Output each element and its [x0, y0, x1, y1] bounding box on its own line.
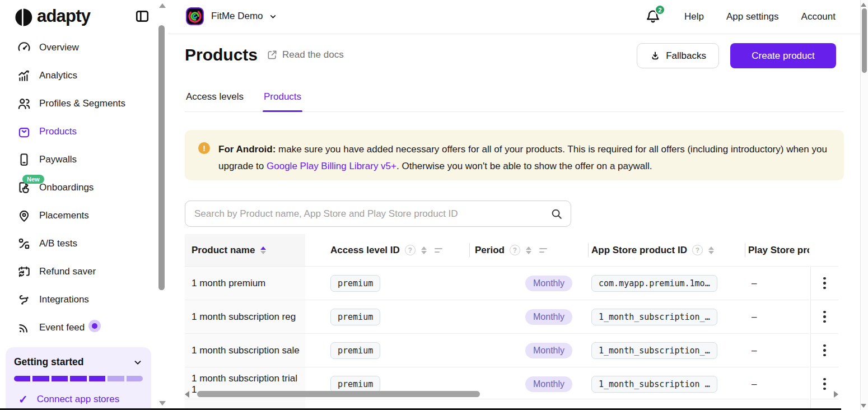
sidebar-item-label: Integrations: [39, 294, 89, 305]
table-row[interactable]: 1 month subscription reg premium Monthly…: [185, 300, 809, 333]
sort-control[interactable]: [260, 246, 266, 254]
kebab-icon: [823, 277, 826, 290]
sidebar-item-paywalls[interactable]: Paywalls: [0, 146, 157, 174]
cell-play-store-id: –: [745, 300, 809, 333]
column-header-play-store-id[interactable]: Play Store product ID: [745, 234, 809, 266]
new-badge: New: [22, 175, 44, 184]
filter-icon[interactable]: [435, 248, 442, 253]
row-menu-button[interactable]: [810, 300, 838, 333]
sidebar-item-profiles-segments[interactable]: Profiles & Segments: [0, 90, 157, 118]
hscroll-thumb[interactable]: [197, 391, 480, 397]
page-title: Products: [185, 45, 258, 64]
sidebar-item-label: Event feed: [39, 322, 85, 333]
sort-control[interactable]: [421, 246, 427, 254]
progress-segment: [14, 376, 30, 381]
page-header: Products Read the docs: [185, 45, 344, 64]
sidebar-item-refund-saver[interactable]: Refund saver: [0, 258, 157, 286]
cell-access-level: premium: [305, 334, 469, 367]
app-store-id-chip[interactable]: 1_month_subscription_…: [591, 309, 717, 325]
cell-play-store-id: –: [745, 334, 809, 367]
column-label: Period: [475, 245, 505, 256]
cell-access-level: premium: [305, 267, 469, 300]
read-the-docs-link[interactable]: Read the docs: [267, 49, 344, 60]
adapty-logo-icon: [12, 7, 34, 28]
sidebar-item-onboardings[interactable]: New Onboardings: [0, 174, 157, 202]
app-store-id-chip[interactable]: 1_month_subscription_…: [591, 342, 717, 359]
fallbacks-button[interactable]: Fallbacks: [637, 43, 719, 68]
sidebar-scrollbar-thumb[interactable]: [158, 25, 165, 290]
cell-app-store-id: 1_month_subscription_…: [588, 334, 745, 367]
column-header-product-name[interactable]: Product name: [185, 234, 305, 266]
app-store-id-chip[interactable]: com.myapp.premium.1mo…: [591, 275, 717, 292]
play-store-id-value: –: [748, 379, 757, 390]
column-header-period[interactable]: Period ?: [469, 234, 588, 266]
ab-test-icon: [17, 236, 31, 251]
progress-segment: [89, 376, 105, 381]
page-actions: Fallbacks Create product: [637, 43, 836, 68]
help-link[interactable]: Help: [684, 11, 704, 22]
sidebar-scroll-down-arrow[interactable]: [159, 401, 166, 406]
getting-started-header[interactable]: Getting started: [14, 356, 143, 368]
sidebar-item-label: A/B tests: [39, 238, 77, 249]
column-header-app-store-id[interactable]: App Store product ID ?: [588, 234, 745, 266]
help-icon[interactable]: ?: [692, 245, 703, 255]
sidebar-item-ab-tests[interactable]: A/B tests: [0, 230, 157, 258]
tabs: Access levels Products: [185, 86, 844, 112]
page-scroll-up-arrow[interactable]: [861, 3, 866, 7]
tab-access-levels[interactable]: Access levels: [185, 86, 245, 111]
sort-control[interactable]: [708, 246, 714, 254]
search-input[interactable]: [185, 208, 550, 220]
sidebar-item-label: Profiles & Segments: [39, 98, 125, 109]
cell-product-name: 1 month subscription sale: [185, 334, 305, 367]
sidebar-collapse-icon[interactable]: [134, 9, 150, 24]
billing-library-link[interactable]: Google Play Billing Library v5+: [267, 161, 396, 171]
filter-icon[interactable]: [539, 248, 547, 253]
sidebar-item-products[interactable]: Products: [0, 118, 157, 146]
cell-period: Monthly: [469, 334, 588, 367]
column-header-access-level-id[interactable]: Access level ID ?: [305, 234, 469, 266]
sidebar-item-label: Placements: [39, 210, 89, 221]
sidebar-item-label: Onboardings: [39, 182, 94, 193]
read-the-docs-label: Read the docs: [282, 49, 344, 60]
hscroll-left-arrow[interactable]: [185, 391, 189, 398]
row-menu-button[interactable]: [810, 333, 838, 367]
kebab-icon: [823, 378, 826, 390]
help-icon[interactable]: ?: [405, 245, 416, 255]
connect-app-stores-link[interactable]: ✓ Connect app stores: [14, 393, 143, 406]
row-menu-button[interactable]: [810, 266, 838, 300]
hscroll-track[interactable]: [193, 390, 830, 398]
warning-icon: !: [198, 142, 210, 154]
help-icon[interactable]: ?: [510, 245, 520, 255]
page-scrollbar-thumb[interactable]: [862, 8, 867, 73]
sidebar-scroll-up-arrow[interactable]: [159, 3, 166, 8]
sort-control[interactable]: [526, 246, 531, 254]
sidebar-item-analytics[interactable]: Analytics: [0, 62, 157, 90]
progress-segment: [108, 376, 124, 381]
page-scroll-down-arrow[interactable]: [861, 404, 866, 408]
table-row[interactable]: 1 month premium premium Monthly com.myap…: [185, 266, 809, 300]
table-row[interactable]: 1 month subscription sale premium Monthl…: [185, 333, 809, 367]
sidebar-item-overview[interactable]: Overview: [0, 34, 157, 62]
search-icon[interactable]: [550, 208, 563, 220]
app-settings-link[interactable]: App settings: [726, 11, 779, 22]
sidebar-item-placements[interactable]: Placements: [0, 202, 157, 230]
sidebar-item-event-feed[interactable]: Event feed: [0, 314, 157, 342]
event-feed-dot-badge: [88, 320, 101, 332]
sidebar-item-label: Analytics: [39, 70, 77, 81]
create-product-button[interactable]: Create product: [730, 43, 836, 68]
app-switcher[interactable]: FitMe Demo: [186, 7, 277, 25]
access-level-chip: premium: [330, 342, 380, 359]
getting-started-card: Getting started ✓ Connect app stores: [6, 347, 151, 410]
hscroll-right-arrow[interactable]: [834, 391, 838, 398]
analytics-icon: [17, 68, 31, 83]
notifications-button[interactable]: 2: [645, 8, 662, 25]
cell-app-store-id: com.myapp.premium.1mo…: [588, 267, 745, 300]
account-link[interactable]: Account: [801, 11, 836, 22]
tab-products[interactable]: Products: [263, 86, 302, 111]
column-label: Play Store product ID: [748, 245, 809, 256]
access-level-chip: premium: [330, 275, 380, 292]
banner-text-2: . Otherwise you won't be able to show th…: [396, 161, 652, 171]
chevron-down-icon: [133, 357, 143, 367]
sidebar-item-integrations[interactable]: Integrations: [0, 286, 157, 314]
topbar: FitMe Demo 2 Help App settings Account: [168, 0, 860, 34]
